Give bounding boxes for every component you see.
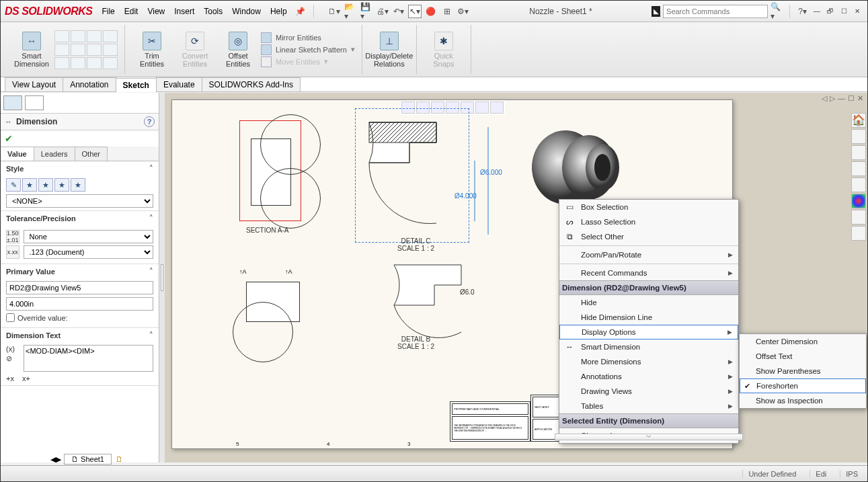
print-icon[interactable]: 🖨▾: [376, 5, 389, 18]
chevron-up-icon[interactable]: ˄: [149, 331, 153, 339]
custom-props-icon[interactable]: [851, 210, 866, 225]
ctx-zoom-pan-rotate[interactable]: Zoom/Pan/Rotate▶: [559, 247, 738, 262]
sub-center-dimension[interactable]: Center Dimension: [740, 334, 866, 349]
menu-window[interactable]: Window: [232, 7, 261, 16]
help-question-icon[interactable]: ?▾: [798, 7, 807, 16]
chevron-up-icon[interactable]: ˄: [149, 267, 153, 276]
select-cursor-icon[interactable]: ↖▾: [408, 5, 422, 18]
ctx-drawing-views[interactable]: Drawing Views▶: [559, 384, 738, 399]
tab-annotation[interactable]: Annotation: [63, 77, 116, 91]
justify-left-icon[interactable]: +x: [6, 374, 21, 383]
override-value-checkbox[interactable]: [6, 313, 15, 322]
ctx-select-other[interactable]: ⧉Select Other: [559, 229, 738, 244]
chamfer-icon[interactable]: [103, 57, 118, 69]
ok-check-button[interactable]: ✔: [1, 130, 159, 147]
property-tab-icon[interactable]: [25, 95, 44, 110]
text-icon[interactable]: [71, 57, 85, 69]
search-icon[interactable]: 🔍▾: [771, 2, 782, 21]
home-icon[interactable]: 🏠: [851, 113, 866, 128]
options-grid-icon[interactable]: ⊞: [440, 5, 454, 18]
file-explorer-icon[interactable]: [851, 161, 866, 176]
inner-max-icon[interactable]: ☐: [848, 94, 855, 103]
sheet-nav-icon[interactable]: ◀▶: [48, 455, 64, 464]
display-delete-relations-button[interactable]: ⊥Display/Delete Relations: [369, 32, 409, 68]
precision-dropdown[interactable]: .123 (Document): [24, 245, 153, 259]
minimize-button[interactable]: —: [811, 6, 823, 17]
sub-offset-text[interactable]: Offset Text: [740, 349, 866, 364]
ctx-recent-commands[interactable]: Recent Commands▶: [559, 266, 738, 280]
feature-tree-icon[interactable]: [3, 95, 22, 110]
chevron-up-icon[interactable]: ˄: [149, 164, 153, 173]
sub-show-as-inspection[interactable]: Show as Inspection: [740, 393, 866, 408]
chevron-up-icon[interactable]: ˄: [149, 214, 153, 223]
design-lib-icon[interactable]: [851, 145, 866, 160]
hide-show-icon[interactable]: [490, 102, 504, 114]
menu-insert[interactable]: Insert: [174, 7, 194, 16]
style-fav2-icon[interactable]: ★: [38, 178, 53, 192]
style-fav4-icon[interactable]: ★: [71, 178, 85, 192]
menu-view[interactable]: View: [147, 7, 165, 16]
ctx-lasso-selection[interactable]: ᔕLasso Selection: [559, 214, 738, 229]
display-style-icon[interactable]: [475, 102, 489, 114]
panel-help-icon[interactable]: ?: [144, 116, 155, 127]
ctx-smart-dimension[interactable]: ↔Smart Dimension: [559, 339, 738, 354]
settings-gear-icon[interactable]: ⚙▾: [457, 5, 470, 18]
point-icon[interactable]: [54, 57, 69, 69]
ctx-box-selection[interactable]: ▭Box Selection: [559, 200, 738, 214]
subtab-leaders[interactable]: Leaders: [34, 147, 75, 161]
style-dropdown[interactable]: <NONE>: [6, 194, 153, 208]
tab-addins[interactable]: SOLIDWORKS Add-Ins: [202, 77, 301, 91]
spline-icon[interactable]: [103, 30, 118, 42]
ctx-more-dimensions[interactable]: More Dimensions▶: [559, 354, 738, 369]
offset-entities-button[interactable]: ◎Offset Entities: [218, 32, 258, 68]
maximize-button[interactable]: ☐: [838, 6, 850, 17]
tolerance-dropdown[interactable]: None: [24, 230, 153, 243]
inner-close-icon[interactable]: ✕: [857, 94, 863, 103]
arc-icon[interactable]: [71, 30, 85, 42]
justify-center-icon[interactable]: x+: [22, 374, 37, 383]
poly-icon[interactable]: [103, 44, 118, 56]
menu-help[interactable]: Help: [270, 7, 287, 16]
mirror-entities-button[interactable]: Mirror Entities: [261, 32, 355, 43]
text-right-icon[interactable]: ⊘: [6, 354, 21, 363]
line-icon[interactable]: [54, 30, 69, 42]
restore-button[interactable]: 🗗: [824, 6, 836, 17]
menu-file[interactable]: File: [102, 7, 114, 16]
ctx-hide[interactable]: Hide: [559, 295, 738, 310]
new-icon[interactable]: 🗋▾: [327, 5, 341, 18]
style-apply-icon[interactable]: ✎: [6, 178, 21, 192]
ellipse-icon[interactable]: [71, 44, 85, 56]
style-fav3-icon[interactable]: ★: [54, 178, 69, 192]
rect-icon[interactable]: [54, 44, 69, 56]
menu-tools[interactable]: Tools: [204, 7, 223, 16]
menu-edit[interactable]: Edit: [124, 7, 139, 16]
subtab-value[interactable]: Value: [1, 147, 34, 161]
inner-prev-icon[interactable]: ◁: [822, 94, 827, 103]
resources-icon[interactable]: [851, 129, 866, 144]
ctx-display-options[interactable]: Display Options▶: [559, 325, 738, 339]
save-icon[interactable]: 💾▾: [360, 5, 373, 18]
add-sheet-icon[interactable]: 🗋: [112, 455, 127, 463]
slot-icon[interactable]: [87, 44, 102, 56]
subtab-other[interactable]: Other: [75, 147, 108, 161]
fillet-icon[interactable]: [87, 57, 102, 69]
ctx-annotations[interactable]: Annotations▶: [559, 369, 738, 384]
search-input[interactable]: [663, 5, 768, 18]
inner-next-icon[interactable]: ▷: [830, 94, 835, 103]
trim-entities-button[interactable]: ✂Trim Entities: [132, 32, 172, 68]
rebuild-icon[interactable]: 🔴: [424, 5, 438, 18]
appearances-icon[interactable]: [851, 194, 866, 208]
ctx-tables[interactable]: Tables▶: [559, 399, 738, 413]
style-fav1-icon[interactable]: ★: [22, 178, 37, 192]
dimension-text-field[interactable]: <MOD-DIAM><DIM>: [24, 345, 153, 372]
undo-icon[interactable]: ↶▾: [392, 5, 405, 18]
inner-min-icon[interactable]: —: [838, 94, 845, 103]
sheet1-tab[interactable]: 🗋 Sheet1: [64, 454, 112, 465]
sub-show-parentheses[interactable]: Show Parentheses: [740, 364, 866, 378]
text-left-icon[interactable]: (x): [6, 345, 21, 353]
open-icon[interactable]: 📂▾: [344, 5, 357, 18]
status-units[interactable]: IPS: [840, 470, 863, 478]
tab-view-layout[interactable]: View Layout: [5, 77, 63, 91]
dimension-value-field[interactable]: [6, 297, 153, 311]
linear-pattern-button[interactable]: Linear Sketch Pattern▾: [261, 44, 355, 55]
